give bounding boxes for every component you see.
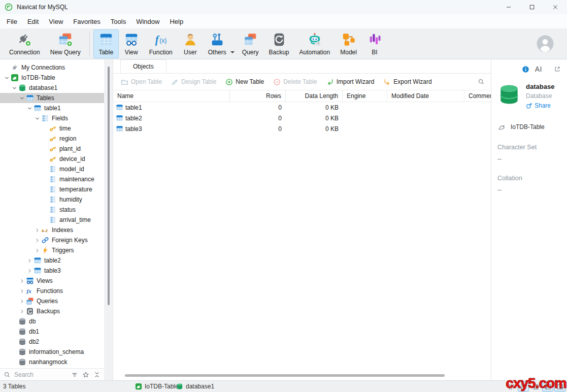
tree-expander[interactable] xyxy=(11,84,18,91)
tree-item-functions[interactable]: fxFunctions xyxy=(0,286,104,296)
tree-expander[interactable] xyxy=(34,226,41,234)
tree-item-indexes[interactable]: A-ZIndexes xyxy=(0,225,104,235)
tree-item-information-schema[interactable]: information_schema xyxy=(0,347,104,357)
tree-item-foreign-keys[interactable]: Foreign Keys xyxy=(0,235,104,245)
column-header-name[interactable]: Name xyxy=(113,90,230,102)
tree-expander[interactable] xyxy=(41,155,48,162)
tree-expander[interactable] xyxy=(11,358,18,366)
star-icon[interactable] xyxy=(82,371,89,378)
tree-item-db[interactable]: db xyxy=(0,316,104,326)
user-avatar[interactable] xyxy=(537,35,554,52)
tree-item-model-id[interactable]: model_id xyxy=(0,164,104,174)
ai-button[interactable]: AI xyxy=(535,65,542,73)
new-table-button[interactable]: New Table xyxy=(221,78,269,86)
toolbar-function-button[interactable]: f(x)Function xyxy=(144,29,178,58)
tree-item-views[interactable]: Views xyxy=(0,276,104,286)
import-wizard-button[interactable]: Import Wizard xyxy=(322,78,379,86)
tree-expander[interactable] xyxy=(41,186,48,193)
toolbar-query-button[interactable]: Query xyxy=(237,29,264,58)
tree-item-table3[interactable]: table3 xyxy=(0,266,104,276)
tree-item-status[interactable]: status xyxy=(0,205,104,215)
tree-item-queries[interactable]: Queries xyxy=(0,296,104,306)
tree-expander[interactable] xyxy=(41,145,48,152)
column-header-data_length[interactable]: Data Length xyxy=(286,90,343,102)
tree-item-triggers[interactable]: Triggers xyxy=(0,245,104,255)
tree-item-table2[interactable]: table2 xyxy=(0,255,104,266)
column-header-comment[interactable]: Comment xyxy=(464,90,491,102)
toolbar-model-button[interactable]: Model xyxy=(335,29,362,58)
toolbar-new-query-button[interactable]: New Query xyxy=(45,29,86,58)
export-wizard-button[interactable]: Export Wizard xyxy=(379,78,436,86)
tree-item-table1[interactable]: table1 xyxy=(0,103,104,113)
search-input[interactable] xyxy=(13,371,69,379)
tree-expander[interactable] xyxy=(26,105,33,112)
tree-item-maintenance[interactable]: maintenance xyxy=(0,174,104,184)
status-database[interactable]: database1 xyxy=(176,383,214,390)
status-connection[interactable]: IoTDB-Table xyxy=(135,383,179,390)
tree-item-region[interactable]: region xyxy=(0,134,104,144)
column-header-rows[interactable]: Rows xyxy=(230,90,286,102)
tree-item-database1[interactable]: database1 xyxy=(0,83,104,93)
tree-expander[interactable] xyxy=(11,328,18,335)
tree-item-time[interactable]: time xyxy=(0,123,104,134)
menu-help[interactable]: Help xyxy=(164,15,188,28)
tree-item-nanhangmock[interactable]: nanhangmock xyxy=(0,357,104,367)
menu-tools[interactable]: Tools xyxy=(106,15,131,28)
tab-objects[interactable]: Objects xyxy=(120,59,166,73)
horizontal-scrollbar[interactable] xyxy=(125,374,445,377)
sidebar-scrollbar-thumb[interactable] xyxy=(108,67,110,305)
tree-expander[interactable] xyxy=(3,74,10,81)
tree-expander[interactable] xyxy=(26,257,33,264)
toolbar-view-button[interactable]: View xyxy=(119,29,144,58)
tree-item-iotdb-table[interactable]: IoTDB-Table xyxy=(0,73,104,83)
maximize-button[interactable] xyxy=(520,0,544,14)
tree-expander[interactable] xyxy=(34,115,41,122)
sidebar-scrollbar[interactable] xyxy=(104,59,113,381)
tree-item-plant-id[interactable]: plant_id xyxy=(0,144,104,154)
tree-expander[interactable] xyxy=(11,338,18,345)
toolbar-automation-button[interactable]: Automation xyxy=(294,29,336,58)
tree-expander[interactable] xyxy=(11,318,18,325)
tree-expander[interactable] xyxy=(41,206,48,213)
tree-expander[interactable] xyxy=(41,125,48,132)
tree-expander[interactable] xyxy=(41,176,48,183)
tree-item-db1[interactable]: db1 xyxy=(0,326,104,337)
tree-item-fields[interactable]: Fields xyxy=(0,113,104,123)
share-link[interactable]: Share xyxy=(526,102,554,109)
minimize-button[interactable] xyxy=(497,0,520,14)
menu-file[interactable]: File xyxy=(2,15,22,28)
tree-item-db2[interactable]: db2 xyxy=(0,337,104,347)
table-row[interactable]: table300 KB xyxy=(113,123,491,134)
tree-expander[interactable] xyxy=(26,267,33,274)
expand-icon[interactable] xyxy=(554,66,561,73)
tree-expander[interactable] xyxy=(41,166,48,173)
column-header-modified_date[interactable]: Modified Date xyxy=(387,90,464,102)
tree-expander[interactable] xyxy=(11,348,18,355)
tree-expander[interactable] xyxy=(18,308,25,315)
tree-item-humidity[interactable]: humidity xyxy=(0,194,104,205)
menu-favorites[interactable]: Favorites xyxy=(68,15,105,28)
tree-expander[interactable] xyxy=(18,277,25,284)
tree-expander[interactable] xyxy=(3,64,10,71)
collapse-all-icon[interactable] xyxy=(93,371,101,378)
tree-item-device-id[interactable]: device_id xyxy=(0,154,104,164)
table-row[interactable]: table200 KB xyxy=(113,113,491,123)
objects-search-button[interactable] xyxy=(478,78,491,85)
menu-view[interactable]: View xyxy=(44,15,68,28)
menu-window[interactable]: Window xyxy=(131,15,164,28)
tree-item-my-connections[interactable]: My Connections xyxy=(0,62,104,73)
toolbar-bi-button[interactable]: BI xyxy=(362,29,387,58)
info-icon[interactable] xyxy=(522,66,529,73)
close-button[interactable] xyxy=(544,0,567,14)
filter-icon[interactable] xyxy=(71,371,78,378)
toolbar-others-button[interactable]: Others xyxy=(203,29,237,58)
chevron-down-icon[interactable] xyxy=(230,51,235,55)
toolbar-table-button[interactable]: Table xyxy=(93,29,119,58)
table-row[interactable]: table100 KB xyxy=(113,102,491,113)
tree-expander[interactable] xyxy=(18,287,25,295)
tree-expander[interactable] xyxy=(41,216,48,223)
toolbar-user-button[interactable]: User xyxy=(178,29,203,58)
tree-item-arrival-time[interactable]: arrival_time xyxy=(0,215,104,225)
tree-expander[interactable] xyxy=(34,247,41,254)
tree-item-temperature[interactable]: temperature xyxy=(0,184,104,194)
